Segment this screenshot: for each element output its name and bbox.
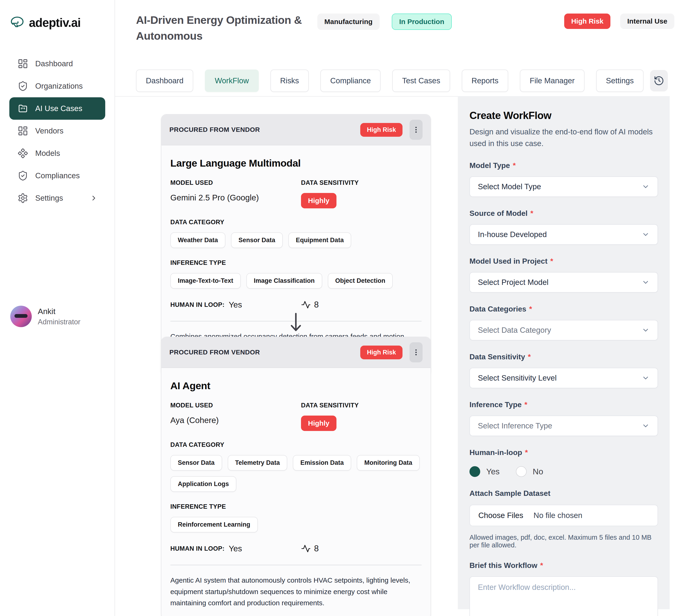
sidebar-item-label: Compliances bbox=[35, 171, 80, 180]
activity-icon bbox=[301, 544, 311, 553]
model-used-value: Gemini 2.5 Pro (Google) bbox=[170, 193, 301, 202]
data-category-label: DATA CATEGORY bbox=[170, 219, 422, 226]
card-menu-button[interactable] bbox=[410, 342, 423, 362]
human-in-loop-value: Yes bbox=[229, 544, 242, 553]
user-profile[interactable]: Ankit Administrator bbox=[10, 306, 81, 327]
chevron-down-icon bbox=[642, 183, 649, 191]
source-of-model-label: Source of Model* bbox=[469, 209, 658, 218]
model-used-label: MODEL USED bbox=[170, 179, 301, 186]
file-upload-input[interactable]: Choose Files No file chosen bbox=[469, 505, 658, 526]
inference-type-chip: Reinforcement Learning bbox=[170, 517, 258, 532]
data-category-chip: Sensor Data bbox=[231, 233, 283, 248]
inference-type-label: Inference Type* bbox=[469, 400, 658, 409]
required-mark: * bbox=[513, 161, 516, 170]
card-title: Large Language Multimodal bbox=[170, 157, 422, 169]
chevron-down-icon bbox=[642, 326, 649, 334]
header-right-tags: High Risk Internal Use bbox=[564, 14, 674, 29]
gear-icon bbox=[18, 193, 28, 203]
folder-icon bbox=[18, 103, 28, 114]
inference-type-chip: Image Classification bbox=[246, 273, 322, 289]
brand[interactable]: adeptiv.ai bbox=[9, 15, 81, 31]
file-helper-text: Allowed images, pdf, doc, excel. Maximum… bbox=[469, 534, 658, 549]
data-category-chip: Weather Data bbox=[170, 233, 225, 248]
chevron-right-icon bbox=[90, 194, 98, 202]
sensitivity-select[interactable]: Select Sensitivity Level bbox=[469, 368, 658, 388]
tab-test-cases[interactable]: Test Cases bbox=[392, 69, 450, 92]
card-menu-button[interactable] bbox=[410, 120, 423, 140]
dashboard-icon bbox=[18, 58, 28, 69]
sidebar-item-label: Settings bbox=[35, 194, 63, 202]
brand-name: adeptiv.ai bbox=[29, 16, 81, 30]
inference-type-chips: Image-Text-to-Text Image Classification … bbox=[170, 273, 422, 289]
tab-workflow[interactable]: WorkFlow bbox=[205, 69, 259, 92]
card-header: PROCURED FROM VENDOR High Risk bbox=[161, 337, 430, 368]
risk-badge: High Risk bbox=[564, 14, 611, 29]
sidebar-item-dashboard[interactable]: Dashboard bbox=[0, 52, 115, 75]
data-sensitivity-label: DATA SENSITIVITY bbox=[301, 179, 422, 186]
sidebar-item-models[interactable]: Models bbox=[0, 142, 115, 164]
tab-risks[interactable]: Risks bbox=[270, 69, 309, 92]
tab-settings[interactable]: Settings bbox=[596, 69, 644, 92]
chevron-down-icon bbox=[642, 278, 649, 286]
data-categories-label: Data Categories* bbox=[469, 305, 658, 313]
inference-type-label: INFERENCE TYPE bbox=[170, 503, 422, 510]
workflow-description-textarea[interactable] bbox=[469, 576, 658, 616]
activity-count: 8 bbox=[314, 544, 319, 553]
activity-count: 8 bbox=[314, 300, 319, 310]
flow-arrow-down-icon bbox=[288, 312, 303, 333]
sidebar-item-settings[interactable]: Settings bbox=[0, 187, 115, 209]
sidebar-nav: Dashboard Organizations AI Use Cases bbox=[0, 52, 115, 209]
project-model-select[interactable]: Select Project Model bbox=[469, 272, 658, 293]
inference-type-chip: Object Detection bbox=[328, 273, 393, 289]
required-mark: * bbox=[529, 305, 532, 313]
required-mark: * bbox=[525, 448, 528, 457]
card-source-label: PROCURED FROM VENDOR bbox=[170, 126, 353, 133]
card-title: AI Agent bbox=[170, 380, 422, 392]
required-mark: * bbox=[530, 209, 533, 218]
shield-check-icon bbox=[18, 170, 28, 181]
choose-files-button[interactable]: Choose Files bbox=[478, 511, 523, 520]
human-in-loop-no-radio[interactable]: No bbox=[516, 466, 543, 477]
required-mark: * bbox=[524, 400, 527, 409]
brain-logo-icon bbox=[9, 15, 26, 31]
divider bbox=[170, 565, 422, 565]
chevron-down-icon bbox=[642, 422, 649, 430]
workflow-card-llm[interactable]: PROCURED FROM VENDOR High Risk Large Lan… bbox=[161, 114, 431, 376]
sidebar-item-ai-use-cases[interactable]: AI Use Cases bbox=[9, 97, 105, 120]
tab-file-manager[interactable]: File Manager bbox=[520, 69, 584, 92]
model-type-select[interactable]: Select Model Type bbox=[469, 176, 658, 197]
sidebar: adeptiv.ai Dashboard Organizations bbox=[0, 0, 115, 616]
workflow-card-ai-agent[interactable]: PROCURED FROM VENDOR High Risk AI Agent … bbox=[161, 337, 431, 616]
card-description: Agentic AI system that autonomously cont… bbox=[170, 575, 422, 609]
tab-compliance[interactable]: Compliance bbox=[320, 69, 381, 92]
card-risk-badge: High Risk bbox=[360, 123, 402, 137]
chevron-down-icon bbox=[642, 374, 649, 382]
required-mark: * bbox=[540, 561, 543, 570]
shield-check-icon bbox=[18, 81, 28, 91]
tab-reports[interactable]: Reports bbox=[462, 69, 508, 92]
human-in-loop-label: HUMAN IN LOOP: bbox=[170, 545, 224, 552]
chevron-down-icon bbox=[642, 230, 649, 239]
data-category-chips: Sensor Data Telemetry Data Emission Data… bbox=[170, 455, 422, 492]
page-title: AI-Driven Energy Optimization & Autonomo… bbox=[136, 12, 334, 44]
human-in-loop-label: HUMAN IN LOOP: bbox=[170, 301, 224, 308]
tab-dashboard[interactable]: Dashboard bbox=[136, 69, 193, 92]
file-status: No file chosen bbox=[534, 511, 582, 520]
grid-icon bbox=[18, 126, 28, 136]
data-category-chip: Monitoring Data bbox=[357, 455, 420, 471]
source-of-model-select[interactable]: In-house Developed bbox=[469, 224, 658, 245]
inference-type-label: INFERENCE TYPE bbox=[170, 259, 422, 266]
data-category-chip: Sensor Data bbox=[170, 455, 222, 471]
data-category-chip: Application Logs bbox=[170, 476, 236, 492]
history-button[interactable] bbox=[650, 70, 668, 91]
tab-bar: Dashboard WorkFlow Risks Compliance Test… bbox=[136, 69, 644, 92]
sidebar-item-vendors[interactable]: Vendors bbox=[0, 120, 115, 142]
human-in-loop-yes-radio[interactable]: Yes bbox=[469, 466, 500, 477]
activity-metric: 8 bbox=[301, 300, 422, 310]
data-category-select[interactable]: Select Data Category bbox=[469, 320, 658, 340]
kebab-icon bbox=[412, 126, 420, 134]
inference-type-select[interactable]: Select Inference Type bbox=[469, 416, 658, 436]
sidebar-item-compliances[interactable]: Compliances bbox=[0, 164, 115, 187]
industry-badge: Manufacturing bbox=[317, 14, 380, 30]
sidebar-item-organizations[interactable]: Organizations bbox=[0, 75, 115, 97]
